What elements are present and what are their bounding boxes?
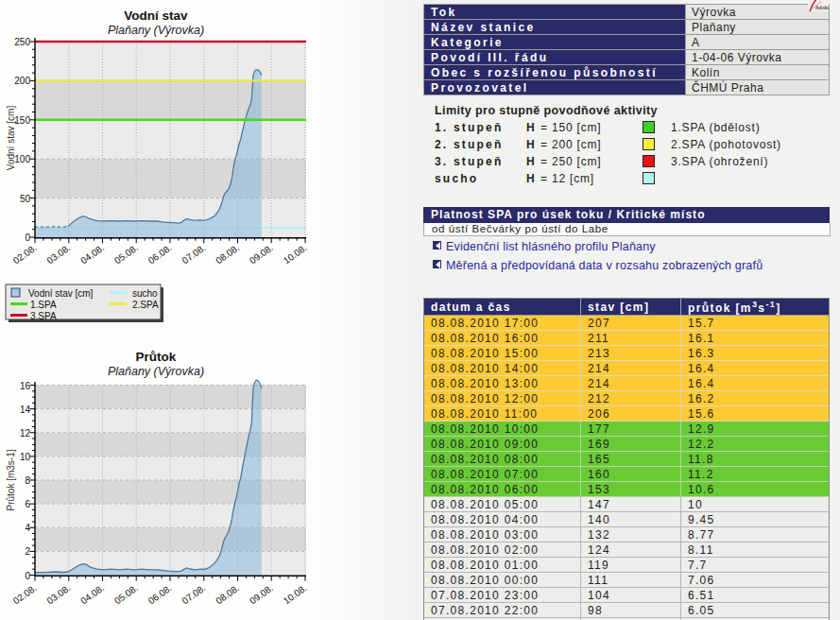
svg-text:12: 12 bbox=[20, 428, 31, 439]
svg-text:0: 0 bbox=[25, 571, 30, 581]
svg-text:Plaňany (Výrovka): Plaňany (Výrovka) bbox=[108, 24, 204, 37]
svg-text:6: 6 bbox=[25, 499, 30, 509]
svg-text:100: 100 bbox=[14, 154, 30, 164]
svg-text:Adobe: Adobe bbox=[815, 5, 829, 10]
svg-text:Plaňany (Výrovka): Plaňany (Výrovka) bbox=[108, 365, 204, 378]
svg-text:250: 250 bbox=[14, 37, 30, 47]
svg-text:2: 2 bbox=[25, 546, 30, 557]
svg-text:50: 50 bbox=[20, 194, 31, 204]
svg-text:Vodní stav [cm]: Vodní stav [cm] bbox=[28, 288, 94, 299]
svg-text:Vodní stav: Vodní stav bbox=[124, 9, 188, 23]
svg-text:sucho: sucho bbox=[132, 288, 158, 299]
svg-text:2.SPA: 2.SPA bbox=[132, 300, 159, 310]
svg-text:3.SPA: 3.SPA bbox=[30, 311, 57, 321]
svg-text:1.SPA: 1.SPA bbox=[30, 300, 57, 310]
svg-text:Vodní stav [cm]: Vodní stav [cm] bbox=[6, 106, 16, 171]
svg-text:10: 10 bbox=[20, 452, 31, 462]
svg-text:150: 150 bbox=[14, 115, 30, 126]
svg-text:8: 8 bbox=[25, 475, 30, 486]
svg-text:4: 4 bbox=[25, 523, 30, 533]
svg-text:Průtok [m3s-1]: Průtok [m3s-1] bbox=[6, 449, 16, 510]
svg-text:200: 200 bbox=[14, 76, 30, 86]
svg-text:0: 0 bbox=[25, 232, 30, 243]
svg-text:16: 16 bbox=[20, 381, 31, 391]
svg-text:14: 14 bbox=[20, 405, 31, 415]
svg-text:Průtok: Průtok bbox=[136, 350, 177, 364]
